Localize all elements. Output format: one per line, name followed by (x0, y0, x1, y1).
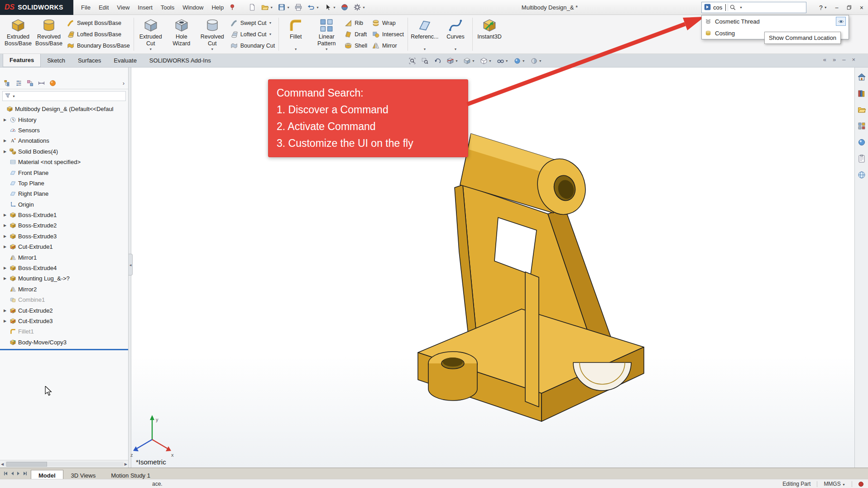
tree-item[interactable]: ▶Boss-Extrude2 (0, 220, 128, 231)
expand-arrow-icon[interactable]: ▶ (2, 309, 8, 313)
menu-tools[interactable]: Tools (157, 2, 178, 13)
nav-last-icon[interactable] (23, 471, 27, 476)
section-view-button[interactable]: ▼ (445, 56, 460, 66)
view-orientation-button[interactable]: ▼ (461, 56, 477, 66)
hole-wizard-button[interactable]: Hole Wizard (166, 16, 197, 52)
new-document-button[interactable] (247, 2, 258, 12)
undo-button[interactable]: ▼ (306, 2, 321, 12)
search-box[interactable]: cos ▼ (701, 2, 806, 13)
select-button[interactable]: ▼ (322, 2, 337, 12)
expand-arrow-icon[interactable]: ▶ (2, 118, 8, 122)
tree-item[interactable]: Right Plane (0, 188, 128, 199)
dropdown-arrow-icon[interactable]: ▼ (539, 59, 542, 63)
boundary-boss-base-button[interactable]: Boundary Boss/Base (67, 40, 130, 51)
zoom-area-button[interactable] (419, 56, 431, 66)
lofted-cut-button[interactable]: Lofted Cut▼ (230, 29, 275, 39)
wrap-button[interactable]: Wrap (372, 18, 404, 28)
taskpane-file-explorer-button[interactable] (856, 104, 868, 116)
dropdown-arrow-icon[interactable]: ▼ (316, 6, 319, 9)
scene-button[interactable] (339, 2, 350, 12)
units-selector[interactable]: MMGS ▼ (824, 481, 845, 487)
nav-next-icon[interactable] (16, 471, 21, 476)
taskpane-custom-properties-button[interactable] (856, 153, 868, 164)
restore-button[interactable] (846, 5, 852, 10)
expand-arrow-icon[interactable]: ▶ (2, 234, 8, 238)
dropdown-arrow-icon[interactable]: ▼ (472, 59, 475, 63)
extruded-cut-button[interactable]: Extruded Cut▼ (135, 16, 166, 52)
tree-item[interactable]: Combine1 (0, 295, 128, 305)
tab-sketch[interactable]: Sketch (41, 54, 72, 67)
tree-item[interactable]: Body-Move/Copy3 (0, 337, 128, 348)
revolved-cut-button[interactable]: Revolved Cut▼ (197, 16, 228, 52)
tree-item[interactable]: ▶AAnnotations (0, 135, 128, 146)
tab-solidworks-add-ins[interactable]: SOLIDWORKS Add-Ins (143, 54, 217, 67)
ribbon-close-icon[interactable]: × (852, 56, 855, 63)
curves-button[interactable]: Curves▼ (440, 16, 471, 52)
instant3d-button[interactable]: Instant3D (474, 16, 505, 52)
graphics-area[interactable] (131, 68, 854, 468)
scroll-track[interactable] (5, 462, 124, 467)
open-button[interactable]: ▼ (259, 2, 274, 12)
tree-item[interactable]: ▶Cut-Extrude3 (0, 316, 128, 326)
tab-evaluate[interactable]: Evaluate (107, 54, 143, 67)
tree-item[interactable]: Front Plane (0, 167, 128, 178)
search-scope-icon[interactable] (704, 3, 711, 12)
status-indicator-icon[interactable] (858, 482, 863, 487)
scroll-right-icon[interactable]: ▶ (125, 462, 127, 466)
tree-item[interactable]: ▶Mounting Lug_&->? (0, 273, 128, 284)
taskpane-design-library-button[interactable] (856, 87, 868, 99)
expand-arrow-icon[interactable]: ▶ (2, 245, 8, 249)
scroll-thumb[interactable] (6, 462, 47, 467)
ribbon-back-icon[interactable]: « (823, 56, 826, 63)
search-input[interactable]: cos (713, 4, 726, 11)
tree-item[interactable]: Origin (0, 199, 128, 210)
intersect-button[interactable]: Intersect (372, 29, 404, 39)
dropdown-arrow-icon[interactable]: ▼ (211, 48, 214, 51)
expand-arrow-icon[interactable]: ▶ (2, 266, 8, 270)
taskpane-appearances-button[interactable] (856, 136, 868, 148)
dropdown-arrow-icon[interactable]: ▼ (269, 33, 272, 36)
pin-icon[interactable] (229, 4, 236, 11)
dropdown-arrow-icon[interactable]: ▼ (269, 21, 272, 24)
tree-item[interactable]: ▶History (0, 114, 128, 125)
taskpane-home-button[interactable] (856, 71, 868, 83)
panel-tab-propertymanager[interactable] (15, 79, 23, 87)
tree-item[interactable]: Top Plane (0, 178, 128, 188)
fillet-button[interactable]: Fillet▼ (280, 16, 311, 52)
search-icon[interactable] (728, 4, 738, 11)
tree-item[interactable]: ▶Solid Bodies(4) (0, 146, 128, 157)
dropdown-arrow-icon[interactable]: ▼ (423, 48, 426, 51)
dropdown-arrow-icon[interactable]: ▼ (333, 6, 336, 9)
expand-arrow-icon[interactable]: ▶ (2, 223, 8, 227)
expand-arrow-icon[interactable]: ▶ (2, 150, 8, 154)
minimize-button[interactable]: − (835, 4, 839, 11)
zoom-fit-button[interactable] (407, 56, 418, 66)
close-button[interactable]: × (860, 4, 863, 11)
dropdown-arrow-icon[interactable]: ▼ (454, 48, 457, 51)
tree-item[interactable]: Mirror1 (0, 252, 128, 262)
tree-item[interactable]: ▶Boss-Extrude1 (0, 210, 128, 220)
tree-item[interactable]: Sensors (0, 125, 128, 135)
panel-collapse-handle[interactable]: ◀ (129, 254, 133, 275)
dropdown-arrow-icon[interactable]: ▼ (287, 6, 290, 9)
expand-arrow-icon[interactable]: ▶ (2, 319, 8, 323)
boundary-cut-button[interactable]: Boundary Cut (230, 40, 275, 51)
ribbon-collapse-icon[interactable]: – (842, 56, 845, 63)
dropdown-arrow-icon[interactable]: ▼ (362, 6, 365, 9)
panel-tab-configurations[interactable] (26, 79, 34, 87)
menu-window[interactable]: Window (178, 2, 207, 13)
taskpane-view-palette-button[interactable] (856, 120, 868, 132)
expand-arrow-icon[interactable]: ▶ (2, 276, 8, 280)
tree-item[interactable]: ▶Cut-Extrude1 (0, 242, 128, 252)
tree-item[interactable]: ▶Boss-Extrude3 (0, 231, 128, 242)
menu-file[interactable]: File (77, 2, 95, 13)
tree-item[interactable]: Material <not specified> (0, 157, 128, 167)
swept-cut-button[interactable]: Swept Cut▼ (230, 18, 275, 28)
expand-arrow-icon[interactable]: ▶ (2, 213, 8, 217)
tree-root-item[interactable]: Multibody Design_& (Default<<Defaul (0, 104, 128, 114)
dropdown-arrow-icon[interactable]: ▼ (294, 48, 297, 51)
referenc-button[interactable]: Referenc...▼ (409, 16, 440, 52)
hide-show-items-button[interactable]: ▼ (495, 56, 510, 66)
dropdown-arrow-icon[interactable]: ▼ (455, 59, 458, 63)
print-button[interactable] (293, 2, 304, 12)
